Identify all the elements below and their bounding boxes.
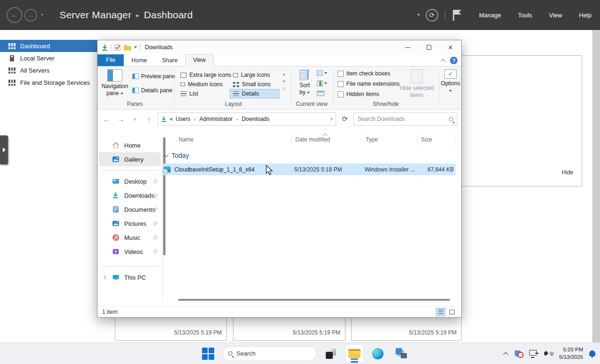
crumb-downloads[interactable]: Downloads	[241, 116, 269, 122]
layout-extra-large-icons[interactable]: Extra large icons	[177, 70, 234, 80]
nav-item-this-pc[interactable]: This PC	[99, 270, 161, 284]
nav-item-gallery[interactable]: Gallery	[99, 152, 161, 166]
qat-customize-caret-icon[interactable]	[134, 46, 137, 48]
search-input[interactable]	[358, 116, 449, 122]
navigation-pane-button[interactable]: Navigation pane	[100, 69, 129, 97]
taskbar-clock[interactable]: 5:20 PM 5/13/2025	[559, 346, 583, 361]
task-view-button[interactable]	[322, 344, 340, 363]
properties-qat-icon[interactable]	[114, 44, 121, 51]
layout-details[interactable]: Details	[230, 89, 279, 98]
flag-icon[interactable]	[452, 9, 462, 21]
column-type[interactable]: Type	[362, 134, 417, 145]
collapse-group-icon[interactable]	[164, 153, 169, 157]
nav-item-pictures[interactable]: Pictures ⚿	[99, 216, 161, 230]
back-icon[interactable]: ←	[7, 7, 22, 23]
nav-item-videos[interactable]: Videos ⚿	[99, 245, 161, 259]
network-tray-icon[interactable]	[529, 349, 539, 358]
navigation-pane: Home Gallery Desktop ⚿ Downloads	[98, 134, 163, 302]
notifications-bell-icon[interactable]	[589, 350, 596, 357]
menu-view[interactable]: View	[549, 12, 562, 19]
crumb-users[interactable]: Users	[176, 116, 190, 122]
nav-item-desktop[interactable]: Desktop ⚿	[99, 174, 161, 188]
nav-item-home[interactable]: Home	[99, 138, 161, 152]
crumb-separator-icon[interactable]: ›	[235, 117, 239, 122]
server-manager-scrollbar[interactable]	[592, 30, 600, 342]
file-name-extensions-checkbox[interactable]: File name extensions	[338, 81, 399, 87]
sidebar-item-dashboard[interactable]: Dashboard	[0, 40, 101, 52]
refresh-icon[interactable]: ⟳	[339, 115, 351, 123]
address-bar[interactable]: « Users › Administrator › Downloads ˅	[158, 112, 336, 126]
sidebar-item-file-storage-services[interactable]: File and Storage Services	[0, 76, 101, 89]
refresh-icon[interactable]: ⟳	[426, 9, 438, 22]
options-button[interactable]: ✓ Options	[441, 69, 460, 94]
group-by-button[interactable]	[317, 70, 327, 76]
up-icon[interactable]: ↑	[143, 115, 155, 123]
help-icon[interactable]: ?	[450, 57, 458, 64]
hidden-items-checkbox[interactable]: Hidden items	[338, 91, 379, 97]
expand-chevron-icon[interactable]	[102, 275, 106, 279]
icons-view-toggle[interactable]	[447, 308, 457, 316]
back-icon[interactable]: ←	[101, 115, 112, 123]
column-size[interactable]: Size	[417, 134, 456, 145]
file-explorer-taskbar-button[interactable]	[345, 344, 364, 363]
search-box[interactable]	[353, 112, 458, 126]
layout-medium-icons[interactable]: Medium icons	[177, 80, 226, 89]
nav-history-caret-icon[interactable]	[41, 14, 44, 16]
close-button[interactable]: ✕	[440, 40, 461, 54]
sidebar-item-local-server[interactable]: Local Server	[0, 52, 101, 64]
menu-manage[interactable]: Manage	[479, 12, 501, 19]
notifications-caret-icon[interactable]	[417, 14, 420, 16]
group-header-today[interactable]: Today	[163, 149, 461, 162]
nav-item-downloads[interactable]: Downloads ⚿	[99, 188, 161, 202]
server-manager-tray-icon[interactable]	[514, 349, 524, 358]
volume-muted-tray-icon[interactable]: ×	[544, 349, 554, 358]
layout-small-icons[interactable]: Small icons	[230, 80, 274, 89]
navigation-pane-caret-icon	[120, 93, 123, 95]
preview-pane-button[interactable]: Preview pane	[132, 73, 175, 80]
minimize-button[interactable]	[397, 40, 418, 54]
tray-overflow-chevron-icon[interactable]	[503, 352, 508, 357]
flyout-handle[interactable]	[0, 135, 8, 164]
edge-taskbar-button[interactable]	[368, 344, 387, 363]
column-name[interactable]: Name	[163, 134, 292, 145]
new-folder-qat-icon[interactable]	[124, 45, 131, 51]
tab-share[interactable]: Share	[155, 55, 185, 66]
menu-tools[interactable]: Tools	[518, 12, 532, 19]
collapse-ribbon-icon[interactable]	[441, 59, 445, 63]
large-icons-icon	[233, 73, 238, 77]
search-icon[interactable]	[449, 117, 453, 121]
hide-welcome-link[interactable]: Hide	[562, 169, 573, 176]
tab-file[interactable]: File	[98, 54, 124, 66]
recent-locations-caret-icon[interactable]: ˅	[129, 116, 141, 122]
tab-view[interactable]: View	[185, 54, 214, 67]
crumb-overflow[interactable]: «	[170, 116, 173, 122]
layout-list[interactable]: List	[177, 89, 202, 98]
sort-by-button[interactable]: Sort by	[294, 69, 315, 96]
taskbar-search[interactable]: Search	[222, 346, 317, 361]
horizontal-scrollbar[interactable]	[166, 298, 457, 301]
file-row[interactable]: CloudbaseInitSetup_1_1_6_x64 5/13/2025 5…	[163, 163, 456, 175]
address-dropdown-caret-icon[interactable]: ˅	[330, 116, 333, 122]
crumb-separator-icon[interactable]: ›	[193, 117, 196, 122]
add-columns-button[interactable]	[317, 81, 327, 86]
layout-large-icons[interactable]: Large icons	[230, 70, 273, 80]
layout-scroll-arrows[interactable]: ▲▼▽	[282, 70, 286, 93]
scrollbar-thumb[interactable]	[178, 299, 450, 301]
tab-home[interactable]: Home	[124, 55, 154, 66]
details-pane-button[interactable]: Details pane	[132, 87, 172, 94]
maximize-button[interactable]	[418, 40, 440, 54]
details-icon	[233, 91, 239, 97]
crumb-administrator[interactable]: Administrator	[199, 116, 232, 122]
forward-icon[interactable]: →	[24, 9, 37, 22]
item-check-boxes-checkbox[interactable]: Item check boxes	[338, 70, 390, 77]
server-manager-taskbar-button[interactable]	[392, 344, 411, 363]
nav-item-music[interactable]: Music ⚿	[99, 230, 161, 245]
forward-icon[interactable]: →	[115, 115, 127, 123]
details-view-toggle[interactable]	[436, 308, 445, 316]
size-columns-button[interactable]	[317, 91, 324, 96]
column-date-modified[interactable]: Date modified	[292, 134, 362, 145]
sidebar-item-all-servers[interactable]: All Servers	[0, 64, 101, 76]
start-button[interactable]	[199, 344, 218, 363]
menu-help[interactable]: Help	[579, 12, 592, 19]
nav-item-documents[interactable]: Documents ⚿	[99, 202, 161, 216]
